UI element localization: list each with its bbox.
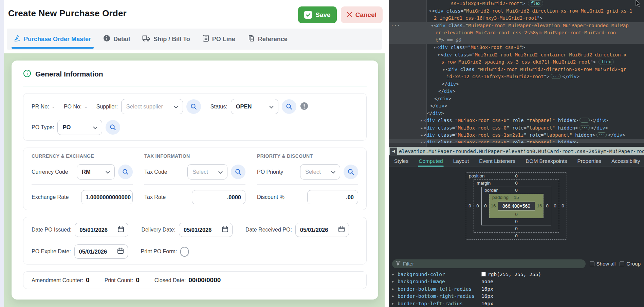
collapse-arrow-icon[interactable]: ▾ xyxy=(433,45,436,50)
group-checkbox[interactable]: Group xyxy=(620,261,641,267)
dom-tree-row[interactable]: id-xs-12 css-16fnxy3-MuiGrid2-root">···<… xyxy=(389,73,644,81)
computed-property-row[interactable]: ▶border-bottom-left-radius16px xyxy=(389,285,644,293)
code-token: " xyxy=(569,132,575,138)
dom-tree-row[interactable]: ss-1pi8xg4-MuiGrid2-root">flex xyxy=(389,0,644,7)
dom-tree-row[interactable]: </div> xyxy=(389,110,644,117)
po-priority-search-button[interactable] xyxy=(344,165,358,179)
box-model-margin[interactable]: margin0 0 border0 0 padding15 xyxy=(474,180,559,233)
collapsed-content-icon[interactable]: ··· xyxy=(579,125,590,130)
tax-code-search-button[interactable] xyxy=(231,165,245,179)
collapse-arrow-icon[interactable]: ▾ xyxy=(437,52,440,57)
expand-arrow-icon[interactable]: ▸ xyxy=(420,132,423,138)
po-expire-date-input[interactable]: 05/01/2026 xyxy=(74,244,128,259)
devtools-tab-layout[interactable]: Layout xyxy=(453,155,469,167)
expand-arrow-icon[interactable]: ▶ xyxy=(392,302,398,305)
border-right-value: 0 xyxy=(544,203,551,209)
computed-property-row[interactable]: ▶border-bottom-right-radius16px xyxy=(389,293,644,300)
code-token: > xyxy=(453,88,455,94)
elements-tree[interactable]: ss-1pi8xg4-MuiGrid2-root">flex▾<div clas… xyxy=(389,0,644,147)
dom-tree-row[interactable]: s-row MuiGrid2-spacing-xs-3 css-dkd71f-M… xyxy=(389,58,644,66)
supplier-select[interactable]: Select supplier xyxy=(121,99,183,114)
tab-reference[interactable]: Reference xyxy=(247,35,288,44)
dom-tree-row[interactable]: </div> xyxy=(389,88,644,95)
dom-tree-row[interactable]: ▾<div class="MuiGrid2-root MuiGrid2-cont… xyxy=(389,51,644,59)
dom-tree-row[interactable]: </div> xyxy=(389,95,644,103)
dom-tree-row[interactable]: er-elevation0 MuiCard-root css-2s58ym-Mu… xyxy=(389,29,644,37)
tab-purchase-order-master[interactable]: Purchase Order Master xyxy=(14,35,91,44)
date-po-issued-input[interactable]: 05/01/2026 xyxy=(75,223,128,237)
dom-tree-row[interactable]: t"> == $0 xyxy=(389,37,644,44)
breadcrumb-back-button[interactable]: ◀ xyxy=(390,148,397,155)
flex-badge[interactable]: flex xyxy=(599,59,614,65)
expand-arrow-icon[interactable]: ▸ xyxy=(420,140,423,143)
tax-code-select[interactable]: Select xyxy=(187,164,227,180)
supplier-search-button[interactable] xyxy=(186,99,201,114)
dom-tree-row[interactable]: ▸<div class="MuiBox-root css-0" role="ta… xyxy=(389,117,644,124)
box-model-content-size[interactable]: 866.400×560 xyxy=(498,202,535,210)
dom-tree-row[interactable]: </div> xyxy=(389,81,644,88)
show-all-checkbox[interactable]: Show all xyxy=(590,261,616,267)
dom-tree-row[interactable]: ▸<div class="MuiGrid2-root MuiGrid2-dire… xyxy=(389,66,644,73)
tax-rate-input[interactable]: .0000 xyxy=(192,190,245,204)
save-button[interactable]: Save xyxy=(298,6,336,23)
filter-pill[interactable] xyxy=(392,259,586,268)
currency-code-select[interactable]: RM xyxy=(77,164,115,180)
dom-tree-row[interactable]: ▸<div class="MuiBox-root css-1sm2s1z" ro… xyxy=(389,132,644,139)
exchange-rate-input[interactable]: 1.0000000000000 xyxy=(81,190,133,204)
po-priority-select[interactable]: Select xyxy=(300,164,340,180)
expand-arrow-icon[interactable]: ▸ xyxy=(443,67,445,72)
dom-tree-row[interactable]: </div> xyxy=(389,102,644,110)
expand-arrow-icon[interactable]: ▶ xyxy=(392,280,398,283)
expand-arrow-icon[interactable]: ▶ xyxy=(392,294,398,298)
expand-arrow-icon[interactable]: ▶ xyxy=(392,287,398,291)
dom-tree-row[interactable]: 2 imgGird1 css-16fnxy3-MuiGrid2-root"> xyxy=(389,15,644,22)
status-select[interactable]: OPEN xyxy=(231,99,278,114)
filter-input[interactable] xyxy=(403,261,582,267)
dom-tree-row[interactable]: ▾<div class="MuiGrid2-root MuiGrid2-dire… xyxy=(389,7,644,15)
devtools-tab-properties[interactable]: Properties xyxy=(577,155,601,167)
expand-arrow-icon[interactable]: ▸ xyxy=(420,118,423,123)
expand-arrow-icon[interactable]: ▸ xyxy=(420,125,423,131)
dom-tree-row[interactable]: ▾<div class="MuiBox-root css-0"> xyxy=(389,44,644,51)
collapsed-content-icon[interactable]: ··· xyxy=(551,74,561,79)
po-type-search-button[interactable] xyxy=(106,120,120,135)
tax-rate-label: Tax Rate xyxy=(144,194,166,200)
code-token: =" xyxy=(541,132,547,138)
box-model-padding[interactable]: padding15 16 866.400×560 16 0 xyxy=(489,194,544,218)
dom-tree-row[interactable]: ▸<div class="MuiBox-root css-0" role="ta… xyxy=(389,124,644,132)
po-type-select[interactable]: PO xyxy=(57,120,102,135)
collapsed-content-icon[interactable]: ··· xyxy=(579,118,590,123)
flex-badge[interactable]: flex xyxy=(528,0,543,6)
devtools-tab-computed[interactable]: Computed xyxy=(419,155,443,167)
devtools-tab-event-listeners[interactable]: Event Listeners xyxy=(479,155,515,167)
collapse-arrow-icon[interactable]: ▾ xyxy=(431,23,434,28)
dom-tree-row[interactable]: ···▾<div class="MuiPaper-root MuiPaper-e… xyxy=(389,22,644,30)
expand-arrow-icon[interactable]: ▶ xyxy=(392,273,398,276)
status-warning-icon xyxy=(300,102,309,112)
tab-ship-bill-to[interactable]: Ship / Bill To xyxy=(142,35,190,44)
dom-tree-row[interactable]: ▸<div class="MuiBox-root css-0" role="ta… xyxy=(389,139,644,143)
collapsed-content-icon[interactable]: ··· xyxy=(596,132,607,137)
section-title: General Information xyxy=(35,70,103,78)
devtools-tab-accessibility[interactable]: Accessibility xyxy=(611,155,640,167)
computed-property-row[interactable]: ▶border-top-left-radius16px xyxy=(389,300,644,307)
checkbox-icon xyxy=(620,261,624,266)
date-received-po-input[interactable]: 05/01/2026 xyxy=(295,223,349,237)
collapse-arrow-icon[interactable]: ▾ xyxy=(429,8,431,14)
tab-po-line[interactable]: PO Line xyxy=(202,35,235,44)
computed-property-row[interactable]: ▶background-imagenone xyxy=(389,278,644,286)
box-model-border[interactable]: border0 0 padding15 16 866.400×560 16 xyxy=(481,187,551,225)
computed-property-row[interactable]: ▶background-colorrgb(255, 255, 255) xyxy=(389,271,644,278)
supplier-label: Supplier: xyxy=(96,104,118,110)
ellipsis-gutter-icon[interactable]: ··· xyxy=(391,22,400,30)
devtools-tab-dom-breakpoints[interactable]: DOM Breakpoints xyxy=(526,155,567,167)
tab-detail[interactable]: Detail xyxy=(103,35,130,44)
currency-search-button[interactable] xyxy=(118,165,133,179)
box-model-position[interactable]: position0 0 margin0 0 border0 0 xyxy=(466,172,567,240)
devtools-tab-styles[interactable]: Styles xyxy=(394,155,408,167)
discount-input[interactable]: .00 xyxy=(307,190,358,204)
delivery-date-input[interactable]: 05/01/2026 xyxy=(179,223,233,237)
cancel-button[interactable]: Cancel xyxy=(341,6,383,23)
print-po-form-checkbox[interactable] xyxy=(180,247,189,257)
status-search-button[interactable] xyxy=(282,99,296,114)
